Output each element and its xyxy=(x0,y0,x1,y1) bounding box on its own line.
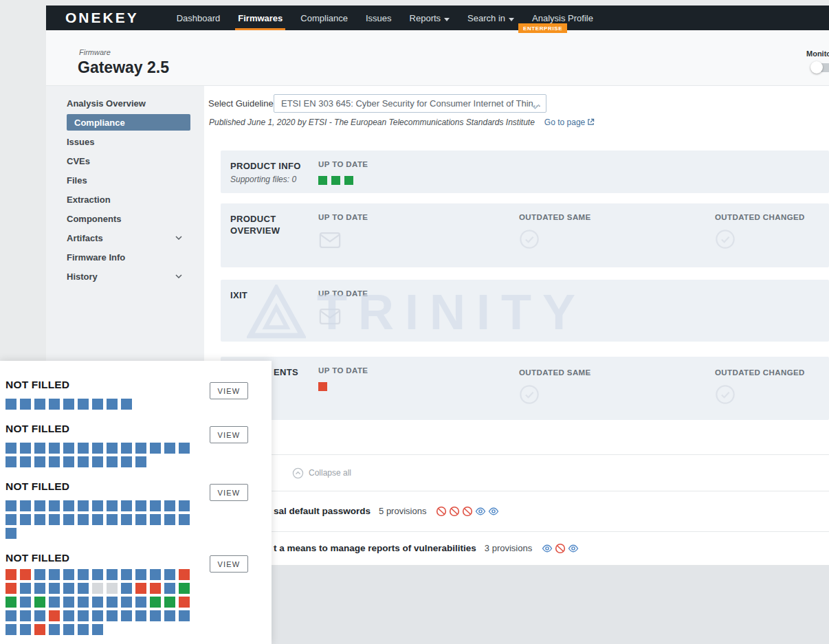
check-circle-icon xyxy=(715,384,805,408)
status-square xyxy=(92,610,103,621)
status-square xyxy=(107,399,118,410)
main-content: Select Guideline ETSI EN 303 645: Cyber … xyxy=(204,86,829,644)
guideline-dropdown[interactable]: ETSI EN 303 645: Cyber Security for Cons… xyxy=(274,94,546,113)
status-square xyxy=(34,624,45,635)
sidebar-item-components[interactable]: Components xyxy=(46,209,204,228)
status-square xyxy=(78,500,89,511)
eye-icon xyxy=(475,506,486,517)
view-button[interactable]: VIEW xyxy=(210,555,248,573)
status-square xyxy=(78,583,89,594)
status-square xyxy=(121,399,132,410)
sidebar-item-firmware-info[interactable]: Firmware Info xyxy=(46,247,204,267)
ban-icon xyxy=(555,543,566,554)
status-square xyxy=(135,597,146,608)
status-square xyxy=(164,514,175,525)
eye-icon xyxy=(568,543,579,554)
mail-icon xyxy=(318,229,368,253)
status-square xyxy=(150,500,161,511)
status-square xyxy=(107,443,118,454)
nav-item-dashboard[interactable]: Dashboard xyxy=(168,5,230,30)
status-square xyxy=(5,399,16,410)
status-square xyxy=(135,456,146,467)
chevron-down-icon xyxy=(175,236,182,240)
status-square xyxy=(5,569,16,580)
status-square xyxy=(92,569,103,580)
status-square xyxy=(78,514,89,525)
status-square xyxy=(107,514,118,525)
provision-status-icons xyxy=(436,506,499,517)
status-square xyxy=(20,597,31,608)
provision-row[interactable]: t a means to manage reports of vulnerabi… xyxy=(204,531,829,565)
status-square xyxy=(49,500,60,511)
status-square xyxy=(150,443,161,454)
published-line: Published June 1, 2020 by ETSI - The Eur… xyxy=(209,118,595,127)
square-row xyxy=(5,399,132,410)
status-square xyxy=(49,399,60,410)
nav-item-firmwares[interactable]: Firmwares xyxy=(229,5,291,30)
status-square xyxy=(135,569,146,580)
nav-item-compliance[interactable]: Compliance xyxy=(291,5,357,30)
provision-squares-grid xyxy=(5,569,190,638)
card-title: PRODUCT OVERVIEW xyxy=(230,213,307,236)
provision-title: sal default passwords xyxy=(274,506,371,516)
collapse-all-button[interactable]: Collapse all xyxy=(204,463,829,483)
not-filled-overlay-panel: NOT FILLED VIEW NOT FILLED VIEW NOT FILL… xyxy=(0,361,272,644)
view-button[interactable]: VIEW xyxy=(210,484,248,501)
status-square xyxy=(107,583,118,594)
status-square xyxy=(5,597,16,608)
provision-count: 5 provisions xyxy=(379,506,426,516)
status-square xyxy=(34,456,45,467)
status-square xyxy=(78,399,89,410)
view-button[interactable]: VIEW xyxy=(210,426,248,443)
status-square xyxy=(34,500,45,511)
sidebar-item-compliance[interactable]: Compliance xyxy=(67,114,190,131)
status-square xyxy=(164,583,175,594)
sidebar-item-extraction[interactable]: Extraction xyxy=(46,190,204,209)
status-square xyxy=(92,500,103,511)
status-square xyxy=(164,569,175,580)
sidebar-item-analysis-overview[interactable]: Analysis Overview xyxy=(46,93,204,113)
caret-down-icon xyxy=(444,13,450,23)
status-square xyxy=(179,610,190,621)
sidebar-item-artifacts[interactable]: Artifacts xyxy=(46,228,204,247)
status-square xyxy=(121,610,132,621)
divider xyxy=(204,454,829,455)
sidebar-item-cves[interactable]: CVEs xyxy=(46,151,204,170)
provision-row[interactable]: sal default passwords 5 provisions xyxy=(204,491,829,531)
status-square xyxy=(49,624,60,635)
col-header-outdated-same: OUTDATED SAME xyxy=(519,213,591,221)
sidebar-item-issues[interactable]: Issues xyxy=(46,132,204,151)
col-header-outdated-changed: OUTDATED CHANGED xyxy=(715,368,805,377)
status-square xyxy=(78,610,89,621)
status-square xyxy=(92,443,103,454)
status-square xyxy=(34,583,45,594)
nav-item-issues[interactable]: Issues xyxy=(357,5,401,30)
status-square xyxy=(49,583,60,594)
status-square xyxy=(179,569,190,580)
status-square xyxy=(107,456,118,467)
status-square xyxy=(5,500,16,511)
nav-item-search-in[interactable]: Search in xyxy=(458,5,523,30)
status-square xyxy=(63,500,74,511)
card-subtitle: Supporting files: 0 xyxy=(230,175,296,184)
status-square xyxy=(107,569,118,580)
not-filled-label: NOT FILLED xyxy=(5,552,69,564)
sidebar-item-history[interactable]: History xyxy=(46,267,204,286)
go-to-page-link[interactable]: Go to page xyxy=(544,118,595,127)
provision-count: 3 provisions xyxy=(485,543,532,553)
status-square xyxy=(34,514,45,525)
status-square xyxy=(63,443,74,454)
sidebar-item-files[interactable]: Files xyxy=(46,170,204,190)
nav-item-reports[interactable]: Reports xyxy=(401,5,459,30)
enterprise-badge: ENTERPRISE xyxy=(518,23,567,33)
status-square xyxy=(63,610,74,621)
status-square xyxy=(5,514,16,525)
status-square xyxy=(179,443,190,454)
col-header-up-to-date: UP TO DATE xyxy=(318,213,368,221)
monitor-toggle[interactable] xyxy=(812,63,829,72)
check-circle-icon xyxy=(519,384,591,408)
view-button[interactable]: VIEW xyxy=(210,382,248,399)
status-square xyxy=(5,456,16,467)
square-row xyxy=(5,624,190,635)
status-square xyxy=(150,583,161,594)
